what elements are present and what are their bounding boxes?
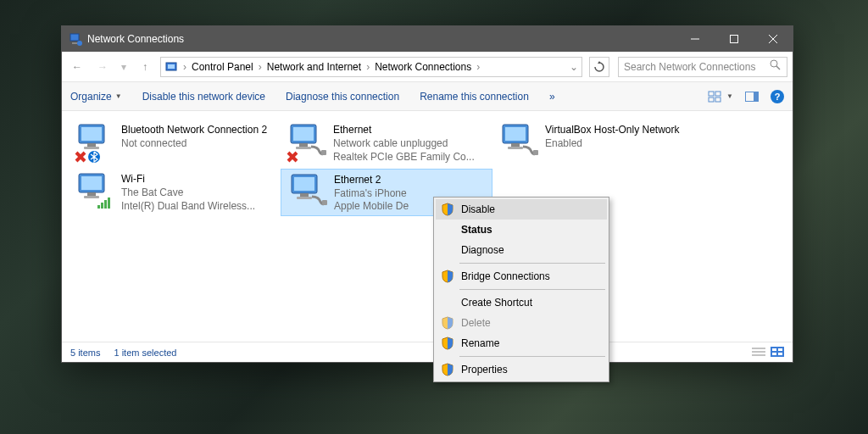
refresh-button[interactable] — [589, 57, 609, 77]
svg-point-2 — [77, 41, 82, 46]
svg-rect-4 — [731, 36, 738, 43]
search-input[interactable]: Search Network Connections — [618, 57, 787, 77]
menu-rename[interactable]: Rename — [436, 333, 607, 353]
breadcrumb[interactable]: › Control Panel › Network and Internet ›… — [160, 57, 582, 77]
app-icon — [69, 32, 82, 46]
adapter-item[interactable]: Wi-Fi The Bat Cave Intel(R) Dual Band Wi… — [69, 169, 281, 216]
svg-rect-51 — [772, 348, 776, 351]
svg-rect-32 — [508, 147, 523, 149]
rename-button[interactable]: Rename this connection — [420, 91, 529, 103]
shield-icon — [441, 203, 454, 216]
adapter-status: Network cable unplugged — [333, 136, 475, 150]
adapter-device: Intel(R) Dual Band Wireless... — [121, 199, 255, 213]
breadcrumb-dropdown[interactable]: ⌄ — [570, 61, 578, 73]
svg-rect-25 — [296, 147, 311, 149]
crumb-network-internet[interactable]: Network and Internet — [264, 61, 364, 73]
chevron-right-icon: › — [183, 61, 186, 73]
wifi-signal-icon — [97, 197, 113, 211]
adapter-name: Ethernet 2 — [334, 173, 409, 186]
svg-rect-31 — [511, 143, 520, 147]
svg-rect-46 — [322, 200, 327, 205]
back-button[interactable]: ← — [67, 57, 87, 77]
menu-status[interactable]: Status — [436, 220, 607, 240]
menu-diagnose[interactable]: Diagnose — [436, 240, 607, 260]
adapter-item[interactable]: VirtualBox Host-Only Network Enabled — [492, 120, 704, 167]
network-connections-window: Network Connections ← → ▾ ↑ › Control Pa… — [61, 25, 793, 363]
search-placeholder: Search Network Connections — [624, 61, 770, 73]
svg-rect-50 — [771, 347, 784, 357]
svg-rect-8 — [168, 64, 175, 69]
shield-icon — [441, 270, 454, 283]
svg-rect-41 — [108, 198, 110, 209]
adapter-name: VirtualBox Host-Only Network — [545, 123, 680, 136]
svg-rect-35 — [81, 176, 102, 190]
adapter-icon — [498, 123, 538, 164]
bluetooth-icon — [87, 150, 101, 164]
maximize-button[interactable] — [715, 26, 754, 52]
close-button[interactable] — [754, 26, 793, 52]
shield-icon — [441, 337, 454, 350]
diagnose-button[interactable]: Diagnose this connection — [286, 91, 399, 103]
svg-rect-44 — [300, 193, 309, 197]
details-view-icon[interactable] — [752, 347, 765, 359]
shield-icon — [441, 363, 454, 376]
adapter-icon — [286, 123, 326, 164]
svg-rect-30 — [505, 127, 526, 141]
chevron-right-icon: › — [259, 61, 262, 73]
svg-rect-33 — [533, 150, 538, 155]
help-icon[interactable]: ? — [771, 90, 784, 103]
menu-separator — [459, 356, 605, 357]
disable-device-button[interactable]: Disable this network device — [142, 91, 265, 103]
adapter-status: Fatima's iPhone — [334, 186, 409, 199]
minimize-button[interactable] — [676, 26, 715, 52]
svg-rect-36 — [87, 192, 96, 196]
crumb-network-connections[interactable]: Network Connections — [371, 61, 475, 73]
menu-delete[interactable]: Delete — [436, 313, 607, 333]
address-bar: ← → ▾ ↑ › Control Panel › Network and In… — [62, 52, 793, 82]
tiles-view-icon[interactable] — [771, 347, 784, 359]
crumb-control-panel[interactable]: Control Panel — [188, 61, 257, 73]
error-icon — [286, 150, 299, 164]
svg-rect-14 — [715, 97, 721, 102]
svg-rect-38 — [97, 205, 100, 209]
menu-disable[interactable]: Disable — [436, 199, 607, 220]
menu-create-shortcut[interactable]: Create Shortcut — [436, 292, 607, 313]
menu-properties[interactable]: Properties — [436, 359, 607, 380]
selection-count: 1 item selected — [114, 348, 176, 358]
preview-pane-button[interactable] — [745, 92, 759, 102]
menu-separator — [459, 289, 605, 290]
svg-rect-12 — [715, 92, 721, 96]
organize-menu[interactable]: Organize ▼ — [70, 91, 122, 103]
svg-rect-17 — [87, 143, 96, 147]
adapter-icon — [74, 123, 114, 164]
adapter-status: Enabled — [545, 136, 680, 150]
menu-bridge[interactable]: Bridge Connections — [436, 266, 607, 287]
adapter-item[interactable]: Ethernet Network cable unplugged Realtek… — [281, 120, 492, 167]
adapter-item[interactable]: Bluetooth Network Connection 2 Not conne… — [69, 120, 281, 167]
svg-rect-52 — [778, 348, 782, 351]
svg-rect-1 — [72, 42, 77, 44]
window-title: Network Connections — [87, 33, 184, 45]
view-options-button[interactable]: ▼ — [708, 91, 733, 103]
chevron-right-icon: › — [366, 61, 370, 73]
svg-rect-53 — [772, 353, 776, 355]
adapter-status: Not connected — [121, 136, 267, 150]
svg-rect-24 — [299, 143, 308, 147]
adapter-name: Bluetooth Network Connection 2 — [121, 123, 267, 136]
content-area[interactable]: Bluetooth Network Connection 2 Not conne… — [62, 111, 793, 342]
titlebar[interactable]: Network Connections — [62, 26, 793, 52]
up-button[interactable]: ↑ — [135, 57, 155, 77]
recent-dropdown[interactable]: ▾ — [118, 57, 130, 77]
adapter-name: Wi-Fi — [121, 172, 255, 186]
forward-button[interactable]: → — [92, 57, 113, 77]
context-menu: Disable Status Diagnose Bridge Connectio… — [433, 197, 609, 382]
adapter-status: The Bat Cave — [121, 186, 255, 199]
chevron-right-icon: › — [476, 61, 480, 73]
overflow-button[interactable]: » — [549, 91, 555, 103]
status-bar: 5 items 1 item selected — [62, 342, 793, 362]
svg-rect-39 — [101, 203, 103, 209]
control-panel-icon — [164, 60, 180, 74]
item-count: 5 items — [70, 348, 100, 358]
svg-rect-43 — [294, 177, 314, 191]
svg-rect-23 — [293, 127, 314, 141]
